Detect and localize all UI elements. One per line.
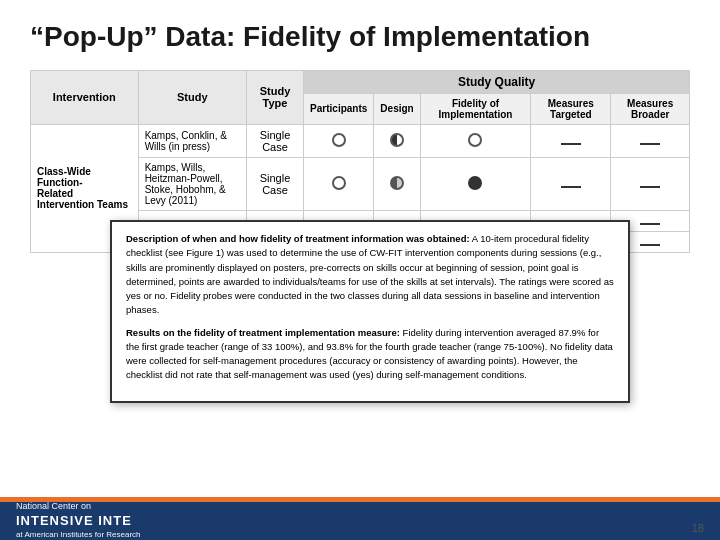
dash-icon bbox=[561, 143, 581, 145]
col-study-type: Study Type bbox=[246, 70, 303, 124]
footer: National Center on INTENSIVE INTE at Ame… bbox=[0, 502, 720, 540]
col-intervention: Intervention bbox=[31, 70, 139, 124]
half-circle-icon bbox=[390, 133, 404, 147]
study-type-cell: Single Case bbox=[246, 124, 303, 157]
popup-description: Description of when and how fidelity of … bbox=[126, 232, 614, 318]
circle-empty-icon-2 bbox=[468, 133, 482, 147]
col-participants: Participants bbox=[304, 93, 374, 124]
org-line1: National Center on bbox=[16, 501, 91, 511]
slide: “Pop-Up” Data: Fidelity of Implementatio… bbox=[0, 0, 720, 540]
col-study: Study bbox=[138, 70, 246, 124]
dash-icon-3 bbox=[561, 186, 581, 188]
dash-icon-9 bbox=[640, 223, 660, 225]
affiliation: at American Institutes for Research bbox=[16, 530, 141, 539]
footer-left: National Center on INTENSIVE INTE at Ame… bbox=[16, 501, 141, 540]
popup-description-label: Description of when and how fidelity of … bbox=[126, 233, 470, 244]
participants-cell bbox=[304, 124, 374, 157]
study-type-cell-2: Single Case bbox=[246, 157, 303, 210]
dash-icon-14 bbox=[640, 244, 660, 246]
col-measures-broader: Measures Broader bbox=[611, 93, 690, 124]
study-cell: Kamps, Conklin, & Wills (in press) bbox=[138, 124, 246, 157]
popup-results-label: Results on the fidelity of treatment imp… bbox=[126, 327, 400, 338]
circle-empty-icon-3 bbox=[332, 176, 346, 190]
popup-box: Description of when and how fidelity of … bbox=[110, 220, 630, 403]
circle-empty-icon bbox=[332, 133, 346, 147]
col-fidelity: Fidelity of Implementation bbox=[420, 93, 531, 124]
slide-title: “Pop-Up” Data: Fidelity of Implementatio… bbox=[30, 20, 690, 54]
full-circle-icon bbox=[468, 176, 482, 190]
col-design: Design bbox=[374, 93, 420, 124]
study-quality-header: Study Quality bbox=[304, 70, 690, 93]
org-line2: INTENSIVE INTE bbox=[16, 513, 141, 530]
fidelity-cell bbox=[420, 124, 531, 157]
measures-targeted-cell-2 bbox=[531, 157, 611, 210]
study-cell-2: Kamps, Wills, Heitzman-Powell,Stoke, Hob… bbox=[138, 157, 246, 210]
dash-icon-2 bbox=[640, 143, 660, 145]
measures-broader-cell bbox=[611, 124, 690, 157]
page-number: 18 bbox=[692, 522, 704, 534]
col-measures-targeted: Measures Targeted bbox=[531, 93, 611, 124]
table-row: Class-Wide Function-Related Intervention… bbox=[31, 124, 690, 157]
participants-cell-2 bbox=[304, 157, 374, 210]
measures-broader-cell-2 bbox=[611, 157, 690, 210]
design-cell bbox=[374, 124, 420, 157]
measures-targeted-cell bbox=[531, 124, 611, 157]
fidelity-cell-2 bbox=[420, 157, 531, 210]
dash-icon-4 bbox=[640, 186, 660, 188]
half-circle-dark-icon bbox=[390, 176, 404, 190]
popup-description-text: A 10-item procedural fidelity checklist … bbox=[126, 233, 614, 315]
popup-results: Results on the fidelity of treatment imp… bbox=[126, 326, 614, 383]
design-cell-2 bbox=[374, 157, 420, 210]
